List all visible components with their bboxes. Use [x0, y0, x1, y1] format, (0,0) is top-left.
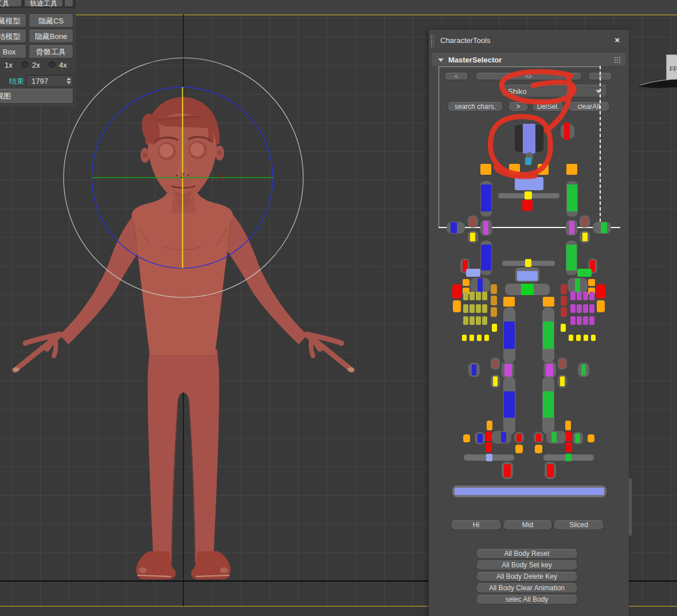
end-frame-spinner[interactable]: 1797: [26, 75, 73, 87]
box-button[interactable]: Box: [0, 45, 26, 58]
rollout-collapse-icon[interactable]: [438, 58, 444, 62]
drag-handle-icon[interactable]: [431, 35, 434, 48]
radio-1x[interactable]: [0, 61, 1, 69]
all-body-set-key-button[interactable]: All Body Set key: [476, 560, 578, 570]
selection-line-vertical: [600, 66, 601, 227]
tab-extra[interactable]: [64, 0, 73, 7]
radio-2x[interactable]: [21, 61, 29, 69]
all-body-clear-animation-button[interactable]: All Body Clear Animation: [476, 583, 578, 593]
selection-line-horizontal: [439, 227, 620, 228]
radio-1x-label: 1x: [5, 61, 13, 69]
spinner-arrows-icon[interactable]: [65, 77, 72, 86]
close-icon[interactable]: ×: [615, 35, 620, 45]
hide-cs-button[interactable]: 隐藏CS: [29, 14, 73, 28]
radio-2x-label: 2x: [32, 61, 40, 69]
rollout-title: MasterSelector: [448, 56, 502, 64]
lod-sliced-button[interactable]: Sliced: [553, 520, 604, 530]
radio-4x[interactable]: [48, 61, 56, 69]
tab-tools[interactable]: 工具: [0, 0, 22, 7]
radio-4x-label: 4x: [59, 61, 67, 69]
select-all-body-button[interactable]: selec All Body: [476, 595, 578, 605]
spinner-down-icon[interactable]: [66, 81, 71, 84]
hide-model-button[interactable]: 藏模型: [0, 14, 26, 28]
panel-title: CharacterTools: [440, 36, 490, 45]
hide-bone-button[interactable]: 隐藏Bone: [29, 30, 73, 43]
all-body-delete-key-button[interactable]: All Body Delete Key: [476, 572, 578, 582]
end-frame-value: 1797: [32, 77, 48, 85]
lod-hi-button[interactable]: Hi: [451, 520, 502, 530]
master-selector-rollout[interactable]: MasterSelector: [432, 53, 625, 66]
lod-mid-button[interactable]: Mid: [503, 520, 553, 530]
left-toolbar: 工具 轨迹工具 藏模型 隐藏CS 结模型 隐藏Bone Box 骨骼工具 1x …: [0, 0, 76, 107]
freeze-model-button[interactable]: 结模型: [0, 30, 26, 43]
all-body-reset-button[interactable]: All Body Reset: [476, 549, 578, 559]
end-frame-label: 结束: [9, 76, 24, 87]
bone-tools-button[interactable]: 骨骼工具: [29, 45, 73, 58]
view-button-label: 视图: [0, 92, 11, 100]
app-window: Y Z X FF 工具 轨迹工具 藏模型 隐藏CS 结模型 隐藏Bone Box…: [0, 0, 677, 616]
panel-title-bar[interactable]: CharacterTools ×: [429, 30, 629, 51]
tab-trajectory-tools[interactable]: 轨迹工具: [24, 0, 63, 7]
swoosh-object: [639, 79, 677, 88]
spinner-up-icon[interactable]: [66, 77, 71, 80]
selector-group-border: [439, 66, 600, 227]
rollout-grip-icon[interactable]: [614, 57, 621, 64]
panel-scrollbar[interactable]: [629, 478, 632, 536]
view-button[interactable]: 视图: [0, 89, 73, 104]
